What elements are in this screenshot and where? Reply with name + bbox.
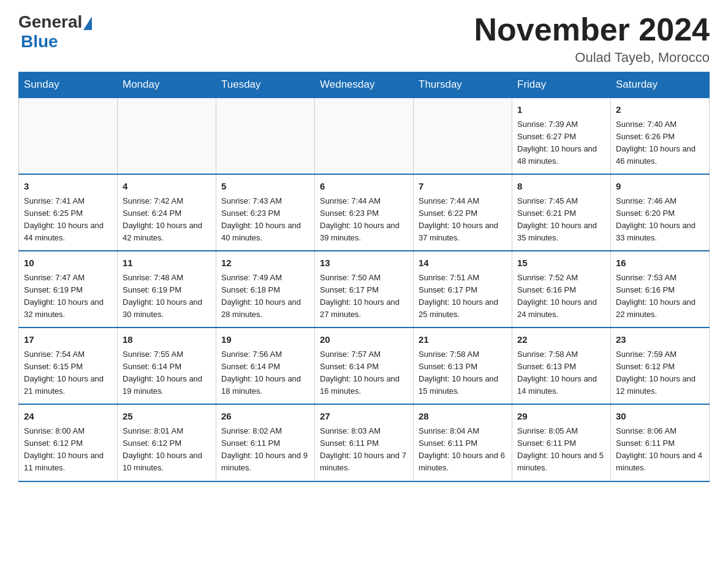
calendar-week-row: 24Sunrise: 8:00 AM Sunset: 6:12 PM Dayli… [19, 404, 710, 481]
logo: General Blue [18, 12, 92, 52]
calendar-header-row: SundayMondayTuesdayWednesdayThursdayFrid… [19, 72, 710, 98]
day-number: 1 [517, 103, 605, 117]
calendar-cell [216, 98, 315, 174]
day-info: Sunrise: 7:52 AM Sunset: 6:16 PM Dayligh… [517, 272, 605, 321]
day-header-wednesday: Wednesday [315, 72, 414, 98]
calendar-cell: 1Sunrise: 7:39 AM Sunset: 6:27 PM Daylig… [512, 98, 611, 174]
day-info: Sunrise: 7:58 AM Sunset: 6:13 PM Dayligh… [517, 348, 605, 398]
day-number: 3 [24, 180, 112, 194]
title-block: November 2024 Oulad Tayeb, Morocco [474, 12, 710, 66]
day-info: Sunrise: 7:47 AM Sunset: 6:19 PM Dayligh… [24, 272, 112, 321]
calendar-cell: 23Sunrise: 7:59 AM Sunset: 6:12 PM Dayli… [611, 327, 710, 404]
logo-general-text: General [18, 12, 82, 32]
day-number: 17 [24, 333, 112, 347]
calendar-cell: 20Sunrise: 7:57 AM Sunset: 6:14 PM Dayli… [315, 327, 414, 404]
day-number: 15 [517, 256, 605, 270]
calendar-cell: 12Sunrise: 7:49 AM Sunset: 6:18 PM Dayli… [216, 251, 315, 327]
calendar-cell: 2Sunrise: 7:40 AM Sunset: 6:26 PM Daylig… [611, 98, 710, 174]
day-info: Sunrise: 7:41 AM Sunset: 6:25 PM Dayligh… [24, 195, 112, 245]
day-info: Sunrise: 7:51 AM Sunset: 6:17 PM Dayligh… [419, 272, 507, 321]
day-info: Sunrise: 7:44 AM Sunset: 6:23 PM Dayligh… [320, 195, 408, 245]
day-number: 8 [517, 180, 605, 194]
day-info: Sunrise: 7:56 AM Sunset: 6:14 PM Dayligh… [221, 348, 309, 398]
day-number: 27 [320, 410, 408, 424]
day-info: Sunrise: 7:48 AM Sunset: 6:19 PM Dayligh… [123, 272, 211, 321]
calendar-cell: 28Sunrise: 8:04 AM Sunset: 6:11 PM Dayli… [414, 404, 512, 481]
day-info: Sunrise: 7:44 AM Sunset: 6:22 PM Dayligh… [419, 195, 507, 245]
calendar-cell: 5Sunrise: 7:43 AM Sunset: 6:23 PM Daylig… [216, 174, 315, 251]
day-info: Sunrise: 8:06 AM Sunset: 6:11 PM Dayligh… [616, 425, 704, 475]
day-number: 7 [419, 180, 507, 194]
day-info: Sunrise: 7:59 AM Sunset: 6:12 PM Dayligh… [616, 348, 704, 398]
day-number: 25 [123, 410, 211, 424]
calendar-cell: 18Sunrise: 7:55 AM Sunset: 6:14 PM Dayli… [118, 327, 216, 404]
day-number: 26 [221, 410, 309, 424]
logo-triangle-icon [83, 17, 92, 30]
calendar-cell: 17Sunrise: 7:54 AM Sunset: 6:15 PM Dayli… [19, 327, 118, 404]
day-number: 9 [616, 180, 704, 194]
calendar-cell: 24Sunrise: 8:00 AM Sunset: 6:12 PM Dayli… [19, 404, 118, 481]
logo-blue-text: Blue [21, 32, 58, 52]
page-header: General Blue November 2024 Oulad Tayeb, … [18, 12, 710, 66]
calendar-cell [118, 98, 216, 174]
calendar-cell: 22Sunrise: 7:58 AM Sunset: 6:13 PM Dayli… [512, 327, 611, 404]
calendar-table: SundayMondayTuesdayWednesdayThursdayFrid… [18, 72, 710, 481]
day-number: 21 [419, 333, 507, 347]
calendar-cell: 29Sunrise: 8:05 AM Sunset: 6:11 PM Dayli… [512, 404, 611, 481]
calendar-cell [19, 98, 118, 174]
day-header-tuesday: Tuesday [216, 72, 315, 98]
day-info: Sunrise: 7:46 AM Sunset: 6:20 PM Dayligh… [616, 195, 704, 245]
day-number: 28 [419, 410, 507, 424]
calendar-cell: 19Sunrise: 7:56 AM Sunset: 6:14 PM Dayli… [216, 327, 315, 404]
day-number: 11 [123, 256, 211, 270]
day-info: Sunrise: 7:49 AM Sunset: 6:18 PM Dayligh… [221, 272, 309, 321]
day-info: Sunrise: 7:42 AM Sunset: 6:24 PM Dayligh… [123, 195, 211, 245]
day-info: Sunrise: 7:58 AM Sunset: 6:13 PM Dayligh… [419, 348, 507, 398]
calendar-week-row: 1Sunrise: 7:39 AM Sunset: 6:27 PM Daylig… [19, 98, 710, 174]
day-info: Sunrise: 7:55 AM Sunset: 6:14 PM Dayligh… [123, 348, 211, 398]
day-info: Sunrise: 8:03 AM Sunset: 6:11 PM Dayligh… [320, 425, 408, 475]
day-number: 20 [320, 333, 408, 347]
day-number: 4 [123, 180, 211, 194]
calendar-cell: 10Sunrise: 7:47 AM Sunset: 6:19 PM Dayli… [19, 251, 118, 327]
calendar-cell: 16Sunrise: 7:53 AM Sunset: 6:16 PM Dayli… [611, 251, 710, 327]
day-number: 24 [24, 410, 112, 424]
month-year-title: November 2024 [474, 12, 710, 47]
day-info: Sunrise: 8:01 AM Sunset: 6:12 PM Dayligh… [123, 425, 211, 475]
calendar-week-row: 10Sunrise: 7:47 AM Sunset: 6:19 PM Dayli… [19, 251, 710, 327]
day-number: 10 [24, 256, 112, 270]
calendar-cell: 4Sunrise: 7:42 AM Sunset: 6:24 PM Daylig… [118, 174, 216, 251]
day-number: 22 [517, 333, 605, 347]
day-number: 12 [221, 256, 309, 270]
location-subtitle: Oulad Tayeb, Morocco [474, 50, 710, 66]
calendar-cell: 21Sunrise: 7:58 AM Sunset: 6:13 PM Dayli… [414, 327, 512, 404]
day-info: Sunrise: 7:54 AM Sunset: 6:15 PM Dayligh… [24, 348, 112, 398]
day-number: 14 [419, 256, 507, 270]
calendar-cell: 11Sunrise: 7:48 AM Sunset: 6:19 PM Dayli… [118, 251, 216, 327]
day-info: Sunrise: 7:53 AM Sunset: 6:16 PM Dayligh… [616, 272, 704, 321]
day-header-thursday: Thursday [414, 72, 512, 98]
day-number: 6 [320, 180, 408, 194]
calendar-cell: 8Sunrise: 7:45 AM Sunset: 6:21 PM Daylig… [512, 174, 611, 251]
calendar-cell [315, 98, 414, 174]
day-info: Sunrise: 7:57 AM Sunset: 6:14 PM Dayligh… [320, 348, 408, 398]
day-info: Sunrise: 7:50 AM Sunset: 6:17 PM Dayligh… [320, 272, 408, 321]
day-number: 19 [221, 333, 309, 347]
day-number: 16 [616, 256, 704, 270]
day-number: 2 [616, 103, 704, 117]
day-header-friday: Friday [512, 72, 611, 98]
day-header-monday: Monday [118, 72, 216, 98]
day-number: 29 [517, 410, 605, 424]
calendar-cell: 30Sunrise: 8:06 AM Sunset: 6:11 PM Dayli… [611, 404, 710, 481]
day-number: 23 [616, 333, 704, 347]
calendar-cell [414, 98, 512, 174]
day-info: Sunrise: 7:39 AM Sunset: 6:27 PM Dayligh… [517, 118, 605, 168]
calendar-cell: 3Sunrise: 7:41 AM Sunset: 6:25 PM Daylig… [19, 174, 118, 251]
day-header-sunday: Sunday [19, 72, 118, 98]
day-header-saturday: Saturday [611, 72, 710, 98]
calendar-cell: 6Sunrise: 7:44 AM Sunset: 6:23 PM Daylig… [315, 174, 414, 251]
day-info: Sunrise: 7:43 AM Sunset: 6:23 PM Dayligh… [221, 195, 309, 245]
day-number: 5 [221, 180, 309, 194]
calendar-cell: 13Sunrise: 7:50 AM Sunset: 6:17 PM Dayli… [315, 251, 414, 327]
day-number: 30 [616, 410, 704, 424]
